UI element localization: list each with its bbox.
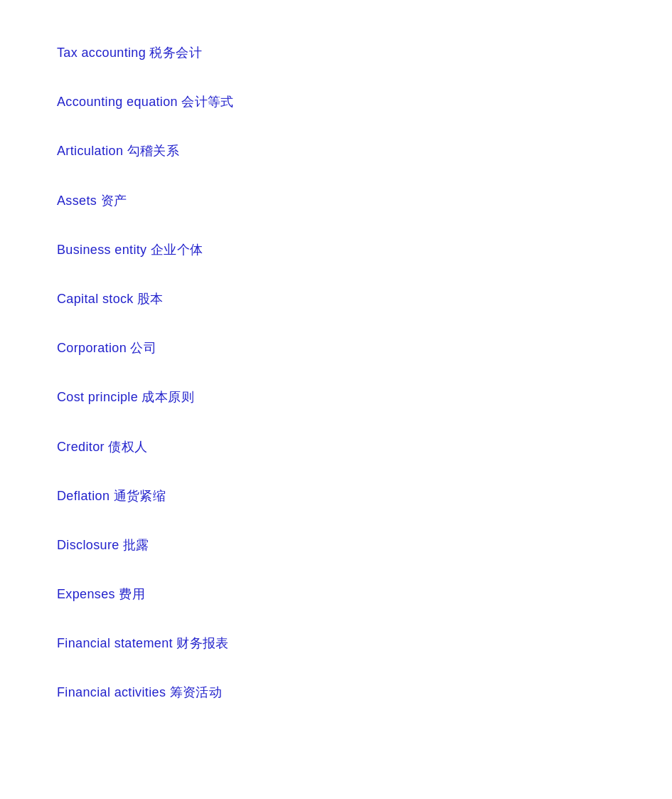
term-item-creditor: Creditor 债权人	[57, 423, 615, 472]
term-item-capital-stock: Capital stock 股本	[57, 275, 615, 324]
term-item-accounting-equation: Accounting equation 会计等式	[57, 78, 615, 127]
term-item-financial-statement: Financial statement 财务报表	[57, 619, 615, 668]
term-item-articulation: Articulation 勾稽关系	[57, 127, 615, 176]
term-item-business-entity: Business entity 企业个体	[57, 226, 615, 275]
term-item-corporation: Corporation 公司	[57, 324, 615, 373]
term-item-assets: Assets 资产	[57, 176, 615, 226]
term-item-disclosure: Disclosure 批露	[57, 521, 615, 570]
term-item-expenses: Expenses 费用	[57, 570, 615, 619]
terms-list: Tax accounting 税务会计Accounting equation 会…	[0, 0, 672, 746]
term-item-deflation: Deflation 通货紧缩	[57, 472, 615, 521]
term-item-cost-principle: Cost principle 成本原则	[57, 373, 615, 422]
term-item-financial-activities: Financial activities 筹资活动	[57, 668, 615, 717]
term-item-tax-accounting: Tax accounting 税务会计	[57, 28, 615, 78]
